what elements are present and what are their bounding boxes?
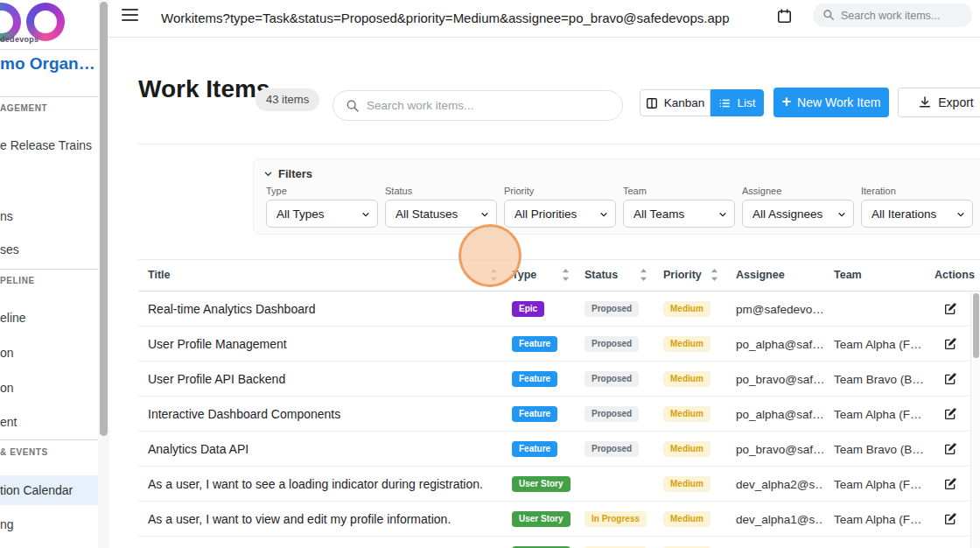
edit-icon[interactable] xyxy=(943,372,957,386)
table-row[interactable]: User Profile Management Feature Proposed… xyxy=(138,327,980,362)
sort-icon[interactable] xyxy=(490,268,498,282)
column-header-assignee[interactable]: Assignee xyxy=(736,269,785,281)
sort-icon[interactable] xyxy=(640,268,648,282)
sidebar-item[interactable]: ent xyxy=(0,415,17,429)
type-badge: User Story xyxy=(512,511,570,527)
edit-icon[interactable] xyxy=(943,512,957,526)
table-scrollbar-thumb[interactable] xyxy=(973,293,979,358)
column-header-priority[interactable]: Priority xyxy=(663,269,702,281)
edit-icon[interactable] xyxy=(943,407,957,421)
column-header-team[interactable]: Team xyxy=(834,269,862,281)
type-badge: Epic xyxy=(512,301,544,317)
table-row[interactable]: Real-time Analytics Dashboard Epic Propo… xyxy=(138,292,980,327)
hamburger-menu-icon[interactable] xyxy=(122,9,138,22)
team-cell: Team Alpha (F… xyxy=(834,408,930,421)
search-icon xyxy=(822,9,835,21)
team-filter-select[interactable]: All Teams xyxy=(623,200,735,228)
team-cell: Team Alpha (F… xyxy=(834,513,930,526)
organization-name[interactable]: mo Organ… xyxy=(0,54,95,74)
sort-icon[interactable] xyxy=(710,268,718,282)
assignee-cell: po_alpha@saf… xyxy=(736,338,823,351)
export-button[interactable]: Export xyxy=(898,88,980,117)
filters-toggle[interactable]: Filters xyxy=(263,167,312,180)
priority-badge: Medium xyxy=(663,301,710,317)
status-badge: Proposed xyxy=(584,406,639,422)
priority-filter-select[interactable]: All Priorities xyxy=(504,200,616,228)
work-item-title[interactable]: User Profile API Backend xyxy=(148,372,285,386)
kanban-view-button[interactable]: Kanban xyxy=(640,89,710,116)
sidebar-item[interactable]: ng xyxy=(0,517,14,531)
table-row[interactable]: As a user, I want to view and edit my pr… xyxy=(138,502,980,537)
work-item-title[interactable]: User Profile Management xyxy=(148,337,287,351)
type-badge: Feature xyxy=(512,441,557,457)
team-cell: Team Bravo (B… xyxy=(834,443,930,456)
page-title: Work Items xyxy=(138,75,270,103)
table-row[interactable]: User Profile API Backend Feature Propose… xyxy=(138,362,980,397)
team-cell: Team Alpha (F… xyxy=(834,338,930,351)
sidebar-section-pipeline: PELINE xyxy=(0,276,35,285)
assignee-filter-select[interactable]: All Assignees xyxy=(742,200,854,228)
column-header-status[interactable]: Status xyxy=(584,269,618,281)
sidebar-scrollbar-thumb[interactable] xyxy=(100,2,108,436)
work-item-title[interactable]: As a user, I want to view and edit my pr… xyxy=(148,512,451,526)
sidebar-scrollbar[interactable] xyxy=(98,0,109,548)
new-work-item-button[interactable]: + New Work Item xyxy=(774,88,889,117)
column-header-title[interactable]: Title xyxy=(148,269,170,281)
export-label: Export xyxy=(938,95,973,109)
filter-label-type: Type xyxy=(266,186,287,196)
table-scrollbar[interactable] xyxy=(970,292,980,548)
edit-icon[interactable] xyxy=(943,337,957,351)
list-view-button[interactable]: List xyxy=(710,89,764,116)
sort-icon[interactable] xyxy=(562,268,570,282)
iteration-filter-value: All Iterations xyxy=(872,207,936,221)
priority-badge: Medium xyxy=(663,371,710,387)
edit-icon[interactable] xyxy=(943,442,957,456)
filter-label-iteration: Iteration xyxy=(861,186,896,196)
sidebar-item[interactable]: ns xyxy=(0,209,13,223)
sidebar-item-label: tion Calendar xyxy=(0,483,73,497)
sidebar-item[interactable]: eline xyxy=(0,311,26,325)
new-work-item-label: New Work Item xyxy=(797,95,880,109)
sidebar-item-release-trains[interactable]: e Release Trains xyxy=(0,138,92,152)
table-row[interactable]: Interactive Dashboard Components Feature… xyxy=(138,397,980,432)
sidebar: dedevops mo Organ… AGEMENT e Release Tra… xyxy=(0,0,98,548)
sidebar-item[interactable]: on xyxy=(0,381,14,395)
sidebar-item[interactable]: ses xyxy=(0,242,19,256)
status-badge: Proposed xyxy=(584,336,639,352)
chevron-down-icon xyxy=(480,210,489,219)
work-items-search-input[interactable] xyxy=(367,91,612,120)
iteration-filter-select[interactable]: All Iterations xyxy=(861,200,973,228)
divider xyxy=(0,269,98,270)
search-icon xyxy=(346,99,360,113)
work-item-title[interactable]: Analytics Data API xyxy=(148,442,248,456)
brand-text: dedevops xyxy=(0,35,38,44)
filters-panel: Filters Type All Types Status All Status… xyxy=(253,158,980,235)
calendar-icon[interactable] xyxy=(776,8,793,28)
filter-label-priority: Priority xyxy=(504,186,534,196)
status-filter-value: All Statuses xyxy=(396,207,458,221)
work-item-title[interactable]: As a user, I want to see a loading indic… xyxy=(148,477,483,491)
status-badge: Proposed xyxy=(584,441,639,457)
edit-icon[interactable] xyxy=(943,302,957,316)
sidebar-section-management: AGEMENT xyxy=(0,103,47,113)
global-search-input[interactable] xyxy=(841,4,965,27)
chevron-down-icon xyxy=(718,210,727,219)
column-header-type[interactable]: Type xyxy=(512,269,536,281)
assignee-cell: po_bravo@saf… xyxy=(736,373,823,386)
priority-filter-value: All Priorities xyxy=(514,207,577,221)
table-row-partial[interactable]: User Story In Progress Medium xyxy=(138,537,980,548)
work-item-title[interactable]: Interactive Dashboard Components xyxy=(148,407,340,421)
table-row[interactable]: Analytics Data API Feature Proposed Medi… xyxy=(138,432,980,467)
filter-label-team: Team xyxy=(623,186,647,196)
sidebar-item[interactable]: on xyxy=(0,346,14,360)
sidebar-item-calendar-active[interactable]: tion Calendar xyxy=(0,475,98,505)
type-badge: User Story xyxy=(512,476,570,492)
filter-label-assignee: Assignee xyxy=(742,186,781,196)
filter-label-status: Status xyxy=(385,186,412,196)
type-filter-select[interactable]: All Types xyxy=(266,200,378,228)
work-item-title[interactable]: Real-time Analytics Dashboard xyxy=(148,302,315,316)
edit-icon[interactable] xyxy=(943,477,957,491)
status-filter-select[interactable]: All Statuses xyxy=(385,200,497,228)
items-count-badge: 43 items xyxy=(256,88,319,111)
table-row[interactable]: As a user, I want to see a loading indic… xyxy=(138,467,980,502)
